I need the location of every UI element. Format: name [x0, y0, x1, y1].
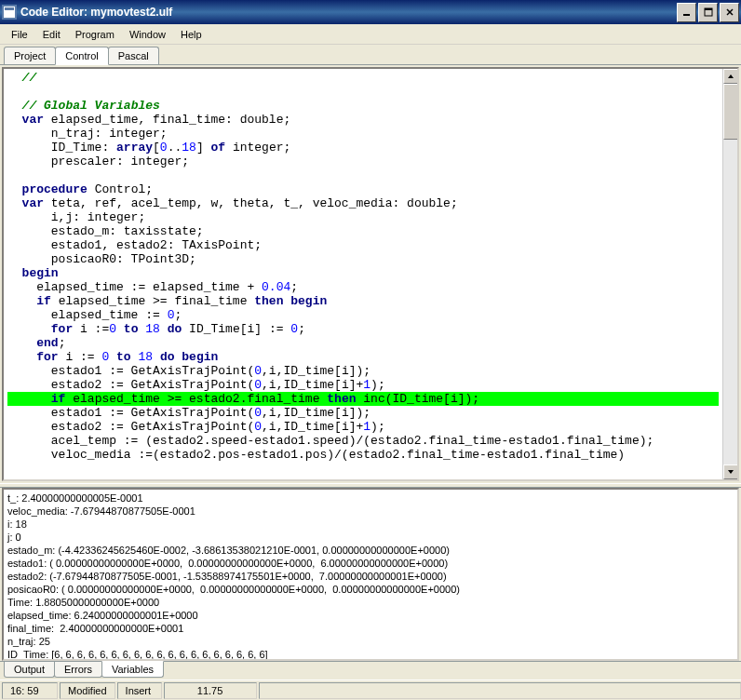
statusbar: 16: 59 Modified Insert 11.75 — [0, 680, 741, 700]
bottom-tabstrip: Output Errors Variables — [0, 661, 741, 680]
variables-panel[interactable]: t_: 2.40000000000005E-0001 veloc_media: … — [2, 488, 739, 661]
minimize-button[interactable] — [677, 3, 696, 22]
svg-rect-2 — [5, 7, 14, 10]
menu-help[interactable]: Help — [173, 27, 209, 42]
status-mode: Insert — [117, 682, 162, 699]
tab-control[interactable]: Control — [55, 47, 108, 65]
scroll-up-button[interactable] — [723, 69, 738, 84]
svg-marker-8 — [728, 74, 734, 78]
window-title: Code Editor: mymovtest2.ulf — [20, 6, 677, 19]
close-button[interactable] — [720, 3, 739, 22]
tab-project[interactable]: Project — [4, 47, 56, 64]
window-controls — [677, 3, 739, 22]
titlebar: Code Editor: mymovtest2.ulf — [0, 0, 741, 24]
status-spacer — [259, 682, 741, 699]
tab-errors[interactable]: Errors — [54, 662, 102, 678]
tab-variables[interactable]: Variables — [101, 661, 164, 678]
status-cursor: 16: 59 — [2, 682, 58, 699]
tab-output[interactable]: Output — [4, 662, 55, 678]
variables-text: t_: 2.40000000000005E-0001 veloc_media: … — [4, 490, 737, 661]
menu-program[interactable]: Program — [68, 27, 122, 42]
app-icon — [2, 5, 17, 20]
menu-file[interactable]: File — [4, 27, 35, 42]
scroll-down-button[interactable] — [723, 464, 738, 479]
bottom-panel: t_: 2.40000000000005E-0001 veloc_media: … — [0, 488, 741, 680]
code-text[interactable]: // // Global Variables var elapsed_time,… — [4, 69, 722, 464]
tab-pascal[interactable]: Pascal — [108, 47, 159, 64]
svg-marker-9 — [728, 470, 734, 474]
status-modified: Modified — [60, 682, 115, 699]
menu-window[interactable]: Window — [122, 27, 173, 42]
scroll-thumb[interactable] — [723, 84, 738, 140]
editor-scrollbar[interactable] — [722, 69, 737, 479]
menubar: File Edit Program Window Help — [0, 24, 741, 45]
menu-edit[interactable]: Edit — [35, 27, 68, 42]
code-editor[interactable]: // // Global Variables var elapsed_time,… — [2, 67, 739, 481]
top-tabstrip: Project Control Pascal — [0, 45, 741, 65]
status-time: 11.75 — [164, 682, 257, 699]
maximize-button[interactable] — [698, 3, 718, 22]
